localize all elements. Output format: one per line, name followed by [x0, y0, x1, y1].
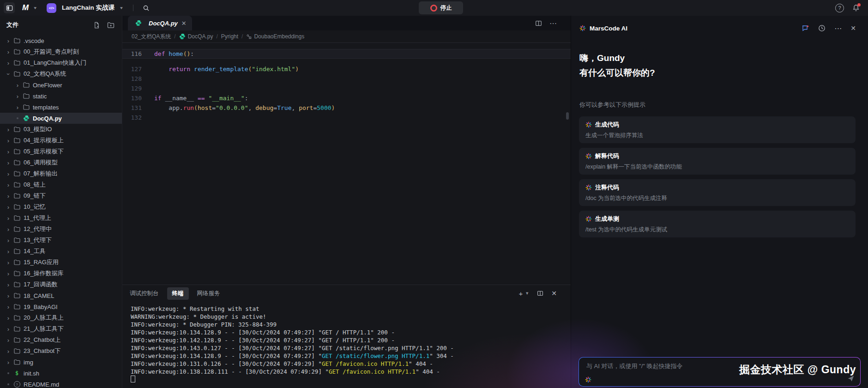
file-dot-icon — [5, 372, 12, 374]
breadcrumb-label: DoubaoEmbeddings — [254, 33, 304, 40]
history-icon[interactable] — [818, 24, 826, 32]
symbol-icon — [246, 34, 252, 39]
code-text: return render_template("index.html") — [142, 64, 299, 74]
explorer-item-13_代理下[interactable]: ›13_代理下 — [0, 235, 122, 246]
folder-icon — [13, 70, 21, 78]
chevron-right-icon: › — [5, 326, 12, 333]
explorer-item-04_提示模板上[interactable]: ›04_提示模板上 — [0, 135, 122, 146]
markdown-icon: ? — [13, 381, 21, 388]
sparkle-icon[interactable] — [585, 376, 591, 383]
new-chat-icon[interactable] — [802, 24, 809, 32]
explorer-item-09_链下[interactable]: ›09_链下 — [0, 190, 122, 201]
folder-icon — [13, 148, 21, 155]
chevron-right-icon: › — [5, 248, 12, 255]
explorer-item-17_回调函数[interactable]: ›17_回调函数 — [0, 279, 122, 290]
breadcrumb-item[interactable]: Pyright — [221, 33, 238, 40]
marscode-logo-icon[interactable]: M — [22, 3, 28, 12]
sidebar-toggle-icon — [6, 5, 13, 12]
explorer-item-10_记忆[interactable]: ›10_记忆 — [0, 201, 122, 212]
explorer-item-label: 19_BabyAGI — [24, 303, 58, 310]
search-icon[interactable] — [143, 5, 150, 12]
explorer-item-18_CAMEL[interactable]: ›18_CAMEL — [0, 290, 122, 301]
split-panel-icon[interactable] — [537, 290, 543, 297]
suggestion-card-生成代码[interactable]: 生成代码生成一个冒泡排序算法 — [579, 116, 856, 143]
tab-docqa-py[interactable]: DocQA.py ✕ — [128, 16, 192, 30]
explorer-item-DocQA.py[interactable]: DocQA.py — [0, 113, 122, 124]
explorer-item-init.sh[interactable]: $init.sh — [0, 368, 122, 379]
python-icon — [22, 115, 30, 122]
explorer-item-static[interactable]: ›static — [0, 91, 122, 102]
toggle-sidebar-button[interactable] — [4, 2, 15, 13]
folder-icon — [22, 92, 30, 100]
more-actions-icon[interactable]: ⋯ — [549, 19, 557, 28]
explorer-item-06_调用模型[interactable]: ›06_调用模型 — [0, 157, 122, 168]
close-panel-icon[interactable]: ✕ — [551, 290, 557, 297]
explorer-item-README.md[interactable]: ?README.md — [0, 379, 122, 388]
folder-icon — [13, 281, 21, 288]
explorer-item-08_链上[interactable]: ›08_链上 — [0, 179, 122, 190]
panel-tab-网络服务[interactable]: 网络服务 — [197, 290, 220, 297]
explorer-item-label: 16_操作数据库 — [24, 269, 64, 278]
explorer-item-23_Chatbot下[interactable]: ›23_Chatbot下 — [0, 346, 122, 357]
breadcrumb-item[interactable]: DoubaoEmbeddings — [246, 33, 304, 40]
terminal-line: INFO:werkzeug:10.143.0.127 - - [30/Oct/2… — [131, 344, 571, 352]
editor-scrollbar[interactable] — [566, 112, 569, 120]
close-panel-icon[interactable]: ✕ — [850, 24, 856, 32]
workspace-title[interactable]: LangChain 实战课 — [62, 4, 115, 12]
notifications-button[interactable] — [852, 4, 860, 12]
new-file-icon[interactable] — [93, 22, 100, 29]
panel-actions: +▼✕ — [519, 290, 563, 297]
suggestion-card-解释代码[interactable]: 解释代码/explain 解释一下当前选中函数的功能 — [579, 148, 856, 175]
help-icon[interactable]: ? — [835, 4, 844, 12]
code-line-130: 130if __name__ == "__main__": — [122, 93, 571, 103]
explorer-item-label: 06_调用模型 — [24, 158, 58, 167]
new-folder-icon[interactable] — [107, 22, 115, 29]
explorer-item-00_开篇词_奇点时刻[interactable]: ›00_开篇词_奇点时刻 — [0, 46, 122, 57]
breadcrumb-item[interactable]: DocQA.py — [179, 33, 213, 40]
explorer-item-img[interactable]: ›img — [0, 357, 122, 368]
explorer-item-.vscode[interactable]: ›.vscode — [0, 35, 122, 46]
stop-button[interactable]: 停止 — [419, 1, 463, 14]
explorer-item-02_文档QA系统[interactable]: ›02_文档QA系统 — [0, 68, 122, 79]
chevron-down-icon[interactable]: ▼ — [33, 6, 37, 10]
explorer-item-11_代理上[interactable]: ›11_代理上 — [0, 212, 122, 224]
explorer-item-22_Chatbot上[interactable]: ›22_Chatbot上 — [0, 334, 122, 346]
more-options-icon[interactable]: ⋯ — [834, 24, 842, 33]
terminal-line: INFO:werkzeug:10.134.128.9 - - [30/Oct/2… — [131, 352, 571, 360]
explorer-item-05_提示模板下[interactable]: ›05_提示模板下 — [0, 146, 122, 157]
code-text — [142, 74, 154, 84]
breadcrumb-item[interactable]: 02_文档QA系统 — [132, 33, 171, 41]
stop-icon — [430, 5, 437, 12]
explorer-item-07_解析输出[interactable]: ›07_解析输出 — [0, 168, 122, 179]
chevron-down-icon[interactable]: ▼ — [525, 291, 529, 296]
new-terminal-icon[interactable]: + — [519, 290, 523, 297]
chevron-right-icon: › — [5, 292, 12, 299]
explorer-item-03_模型IO[interactable]: ›03_模型IO — [0, 124, 122, 135]
split-editor-icon[interactable] — [535, 20, 542, 27]
explorer-item-OneFlower[interactable]: ›OneFlower — [0, 79, 122, 91]
code-editor[interactable]: 116def home():127 return render_template… — [122, 42, 571, 285]
explorer-item-21_人脉工具下[interactable]: ›21_人脉工具下 — [0, 323, 122, 334]
explorer-item-label: 14_工具 — [24, 247, 46, 255]
ai-hint: 你可以参考以下示例提示 — [579, 101, 860, 109]
suggestion-card-生成单测[interactable]: 生成单测/test 为选中的代码生成单元测试 — [579, 211, 856, 237]
explorer-item-01_LangChain快速入门[interactable]: ›01_LangChain快速入门 — [0, 57, 122, 68]
tab-close-icon[interactable]: ✕ — [181, 20, 187, 27]
panel-tab-调试控制台[interactable]: 调试控制台 — [130, 290, 159, 297]
explorer-item-16_操作数据库[interactable]: ›16_操作数据库 — [0, 268, 122, 279]
explorer-item-20_人脉工具上[interactable]: ›20_人脉工具上 — [0, 312, 122, 323]
suggestion-card-注释代码[interactable]: 注释代码/doc 为当前选中的代码生成注释 — [579, 179, 856, 206]
greeting-line-2: 有什么可以帮你的? — [579, 66, 860, 80]
panel-tab-终端[interactable]: 终端 — [167, 287, 189, 300]
explorer-item-label: 05_提示模板下 — [24, 147, 64, 156]
explorer-item-19_BabyAGI[interactable]: ›19_BabyAGI — [0, 301, 122, 312]
explorer-item-templates[interactable]: ›templates — [0, 102, 122, 113]
chevron-down-icon[interactable]: ▼ — [119, 6, 124, 10]
terminal-output[interactable]: INFO:werkzeug: * Restarting with statWAR… — [122, 302, 571, 388]
editor-area: DocQA.py ✕ ⋯ 02_文档QA系统/DocQA.py/Pyright/… — [122, 16, 571, 388]
ai-greeting: 嗨，Gundy 有什么可以帮你的? — [579, 51, 860, 80]
explorer-item-14_工具[interactable]: ›14_工具 — [0, 246, 122, 257]
folder-icon — [13, 181, 21, 188]
explorer-item-12_代理中[interactable]: ›12_代理中 — [0, 224, 122, 235]
explorer-item-15_RAG应用[interactable]: ›15_RAG应用 — [0, 257, 122, 268]
